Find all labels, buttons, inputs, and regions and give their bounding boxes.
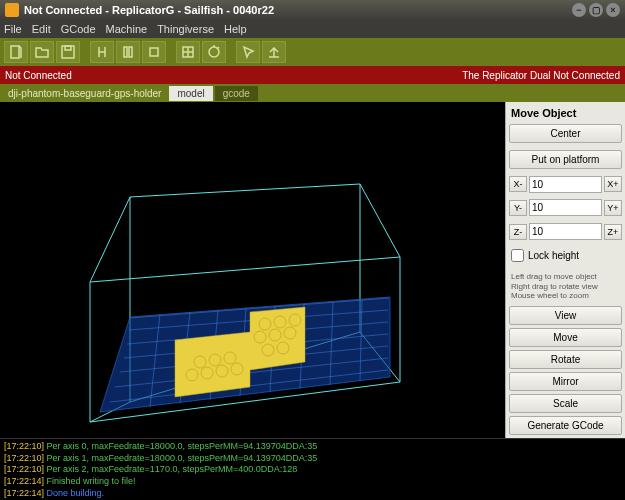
maximize-button[interactable]: ▢: [589, 3, 603, 17]
panel-title: Move Object: [509, 105, 622, 121]
title-bar: Not Connected - ReplicatorG - Sailfish -…: [0, 0, 625, 20]
svg-rect-2: [65, 46, 71, 50]
y-plus-button[interactable]: Y+: [604, 200, 622, 216]
connect-icon[interactable]: [90, 41, 114, 63]
rotate-button[interactable]: Rotate: [509, 350, 622, 369]
console-panel: [17:22:10] Per axis 0, maxFeedrate=18000…: [0, 438, 625, 500]
svg-rect-4: [129, 47, 132, 57]
scale-button[interactable]: Scale: [509, 394, 622, 413]
status-left: Not Connected: [5, 70, 72, 81]
hint-text: Left drag to move object Right drag to r…: [509, 270, 622, 303]
menu-thingiverse[interactable]: Thingiverse: [157, 23, 214, 35]
cursor-icon[interactable]: [236, 41, 260, 63]
minimize-button[interactable]: −: [572, 3, 586, 17]
filename-label: dji-phantom-baseguard-gps-holder: [2, 88, 167, 99]
svg-rect-1: [62, 46, 74, 58]
app-icon: [5, 3, 19, 17]
console-line: [17:22:10] Per axis 1, maxFeedrate=18000…: [4, 453, 621, 465]
model-viewport[interactable]: [0, 102, 505, 438]
generate-gcode-button[interactable]: Generate GCode: [509, 416, 622, 435]
build-icon[interactable]: [176, 41, 200, 63]
x-plus-button[interactable]: X+: [604, 176, 622, 192]
3d-scene: [0, 102, 505, 438]
menu-help[interactable]: Help: [224, 23, 247, 35]
mirror-button[interactable]: Mirror: [509, 372, 622, 391]
view-button[interactable]: View: [509, 306, 622, 325]
svg-rect-0: [11, 46, 19, 58]
console-line: [17:22:14] Done building.: [4, 488, 621, 500]
z-plus-button[interactable]: Z+: [604, 224, 622, 240]
x-minus-button[interactable]: X-: [509, 176, 527, 192]
upload-icon[interactable]: [262, 41, 286, 63]
status-right: The Replicator Dual Not Connected: [462, 70, 620, 81]
window-title: Not Connected - ReplicatorG - Sailfish -…: [24, 4, 274, 16]
menu-gcode[interactable]: GCode: [61, 23, 96, 35]
close-button[interactable]: ×: [606, 3, 620, 17]
console-line: [17:22:10] Per axis 2, maxFeedrate=1170.…: [4, 464, 621, 476]
menu-file[interactable]: File: [4, 23, 22, 35]
move-button[interactable]: Move: [509, 328, 622, 347]
console-line: [17:22:14] Finished writing to file!: [4, 476, 621, 488]
put-on-platform-button[interactable]: Put on platform: [509, 150, 622, 169]
z-input[interactable]: [529, 223, 602, 240]
reset-icon[interactable]: [202, 41, 226, 63]
svg-rect-3: [124, 47, 127, 57]
x-input[interactable]: [529, 176, 602, 193]
y-minus-button[interactable]: Y-: [509, 200, 527, 216]
new-icon[interactable]: [4, 41, 28, 63]
toolbar: [0, 38, 625, 66]
console-line: [17:22:10] Per axis 0, maxFeedrate=18000…: [4, 441, 621, 453]
status-bar: Not Connected The Replicator Dual Not Co…: [0, 66, 625, 84]
center-button[interactable]: Center: [509, 124, 622, 143]
lock-height-label: Lock height: [528, 250, 579, 261]
stop-icon[interactable]: [142, 41, 166, 63]
side-panel: Move Object Center Put on platform X- X+…: [505, 102, 625, 438]
menu-edit[interactable]: Edit: [32, 23, 51, 35]
y-input[interactable]: [529, 199, 602, 216]
svg-rect-5: [150, 48, 158, 56]
menu-bar: File Edit GCode Machine Thingiverse Help: [0, 20, 625, 38]
tab-model[interactable]: model: [169, 86, 212, 101]
pause-icon[interactable]: [116, 41, 140, 63]
open-icon[interactable]: [30, 41, 54, 63]
lock-height-checkbox[interactable]: [511, 249, 524, 262]
menu-machine[interactable]: Machine: [106, 23, 148, 35]
save-icon[interactable]: [56, 41, 80, 63]
tab-bar: dji-phantom-baseguard-gps-holder model g…: [0, 84, 625, 102]
z-minus-button[interactable]: Z-: [509, 224, 527, 240]
tab-gcode[interactable]: gcode: [215, 86, 258, 101]
